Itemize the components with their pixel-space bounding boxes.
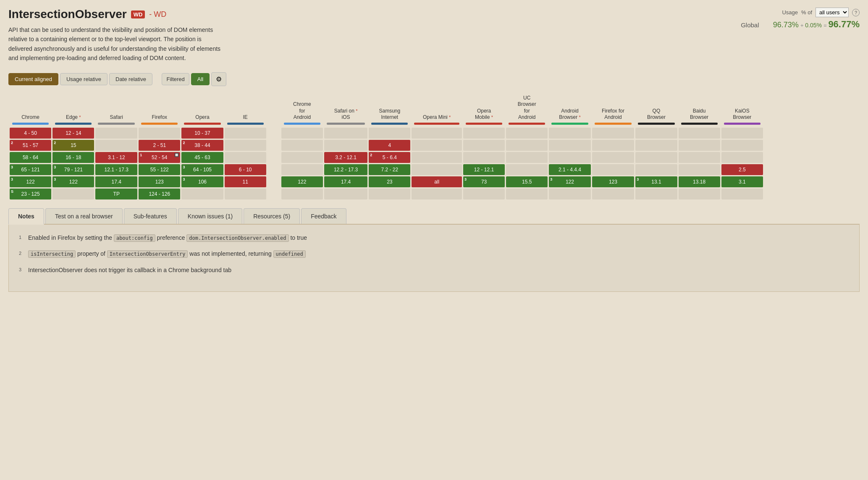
compat-cell: 45 - 63 (181, 152, 223, 163)
bottom-tab-known-issues[interactable]: Known issues (1) (178, 208, 242, 224)
compat-cell: 379 - 121 (52, 164, 94, 175)
browser-bar-samsung (371, 123, 408, 125)
compat-cell (281, 189, 323, 199)
bottom-tab-test-real[interactable]: Test on a real browser (45, 208, 123, 224)
android-asterisk: * (579, 115, 580, 120)
bottom-tab-sub-features[interactable]: Sub-features (124, 208, 177, 224)
note-text: IntersectionObserver does not trigger it… (28, 265, 849, 275)
compat-cell (549, 140, 590, 151)
note-item: 2isIntersecting property of Intersection… (19, 249, 849, 258)
browser-th-opera: Opera (181, 93, 223, 126)
compat-cell: 373 (463, 176, 505, 187)
browser-name-edge: Edge * (55, 114, 92, 121)
bottom-tab-resources[interactable]: Resources (5) (244, 208, 300, 224)
compat-cell: 3122 (10, 176, 51, 187)
tab-usage-relative[interactable]: Usage relative (60, 73, 108, 85)
code-snippet: isIntersecting (28, 250, 76, 258)
compat-cell (506, 128, 548, 139)
compat-cell (506, 189, 548, 199)
compat-cell (412, 189, 462, 199)
spacer-cell (267, 164, 280, 175)
compat-cell (412, 140, 462, 151)
browser-name-firefox-android: Firefox forAndroid (595, 108, 632, 121)
compat-cell: 12 - 12.1 (463, 164, 505, 175)
compat-table-wrapper: Chrome Edge * Safari Firefox (8, 92, 860, 201)
compat-cell (721, 128, 763, 139)
browser-th-opera-mobile: OperaMobile * (463, 93, 505, 126)
browser-name-opera: Opera (184, 114, 220, 121)
compat-cell: 10 - 37 (181, 128, 223, 139)
browser-bar-firefox-android (595, 123, 632, 125)
tab-filtered[interactable]: Filtered (162, 73, 189, 85)
compat-tbody: 4 - 5012 - 1410 - 37251 - 572152 - 51238… (10, 128, 763, 199)
browser-bar-edge (55, 123, 92, 125)
browser-bar-safari-ios (327, 123, 365, 125)
pct-of-label: % of (801, 9, 812, 16)
compat-cell: 365 - 121 (10, 164, 51, 175)
spacer-cell (267, 176, 280, 187)
browser-th-samsung: SamsungInternet (369, 93, 410, 126)
compat-cell (95, 128, 137, 139)
browser-bar-opera-mobile (466, 123, 502, 125)
compat-cell (721, 189, 763, 199)
compat-cell (412, 128, 462, 139)
bottom-tab-notes[interactable]: Notes (8, 208, 44, 225)
table-row: 58 - 6416 - 183.1 - 121🔲52 - 5445 - 633.… (10, 152, 763, 163)
browser-th-android: AndroidBrowser * (549, 93, 590, 126)
compat-cell (324, 189, 367, 199)
bottom-tabs-row: Notes Test on a real browser Sub-feature… (8, 208, 860, 225)
compat-cell (181, 189, 223, 199)
compat-cell: 3122 (52, 176, 94, 187)
compat-cell (412, 164, 462, 175)
safari-ios-asterisk: * (356, 108, 357, 113)
user-type-select[interactable]: all users (816, 8, 849, 17)
tab-date-relative[interactable]: Date relative (109, 73, 152, 85)
compat-cell: 55 - 122 (139, 164, 180, 175)
compat-cell: 13.18 (679, 176, 720, 187)
compat-cell: 238 - 44 (181, 140, 223, 151)
compat-cell: 17.4 (324, 176, 367, 187)
compat-cell (463, 140, 505, 151)
compat-cell (635, 128, 677, 139)
compat-cell (225, 128, 266, 139)
compat-cell (281, 140, 323, 151)
compat-cell (463, 128, 505, 139)
compat-cell: 313.1 (635, 176, 677, 187)
bottom-tab-feedback[interactable]: Feedback (301, 208, 346, 224)
browser-th-safari-ios: Safari on *iOS (324, 93, 367, 126)
help-icon[interactable]: ? (852, 9, 860, 16)
code-snippet: dom.IntersectionObserver.enabled (186, 234, 288, 242)
compat-cell (679, 164, 720, 175)
browser-th-spacer (267, 93, 280, 126)
tab-all[interactable]: All (191, 73, 210, 85)
wd-badge: WD (131, 10, 145, 18)
compat-cell (506, 164, 548, 175)
compat-cell (506, 152, 548, 163)
compat-cell: 1🔲52 - 54 (139, 152, 180, 163)
description: API that can be used to understand the v… (8, 25, 227, 63)
browser-name-opera-mobile: OperaMobile * (466, 108, 502, 121)
scope-label: Global (741, 21, 759, 29)
compat-cell: 2.5 (721, 164, 763, 175)
compat-cell (281, 152, 323, 163)
compat-cell (549, 152, 590, 163)
compat-cell (592, 152, 635, 163)
table-row: 365 - 121379 - 12112.1 - 17.355 - 122364… (10, 164, 763, 175)
compat-cell (463, 152, 505, 163)
compat-cell: 58 - 64 (10, 152, 51, 163)
usage-global: Global 96.73% + 0.05% = 96.77% (717, 19, 860, 30)
browser-th-opera-mini: Opera Mini * (412, 93, 462, 126)
note-text: isIntersecting property of IntersectionO… (28, 249, 849, 258)
compat-cell (95, 140, 137, 151)
gear-button[interactable]: ⚙ (211, 72, 226, 86)
page: IntersectionObserver WD - WD API that ca… (0, 0, 868, 480)
compat-cell: 12.2 - 17.3 (324, 164, 367, 175)
compat-cell (324, 128, 367, 139)
tab-current-aligned[interactable]: Current aligned (8, 73, 58, 85)
compat-cell (592, 164, 635, 175)
browser-bar-opera-mini (414, 123, 459, 125)
compat-cell: 123 (139, 176, 180, 187)
spacer-cell (267, 152, 280, 163)
note-item: 3IntersectionObserver does not trigger i… (19, 265, 849, 275)
compat-cell (549, 128, 590, 139)
